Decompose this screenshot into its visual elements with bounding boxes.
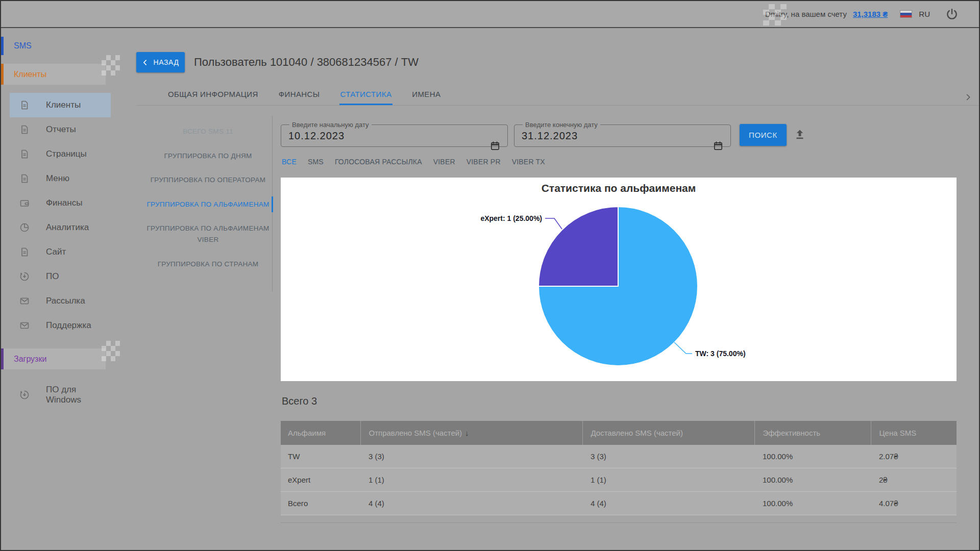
column-sent[interactable]: Отправлено SMS (частей)↓ [360,421,582,445]
type-all[interactable]: ВСЕ [282,158,297,166]
back-button-label: НАЗАД [153,58,179,66]
end-date-field[interactable]: Введите конечную дату 31.12.2023 [514,121,731,147]
calendar-icon[interactable] [490,141,500,151]
sidebar-menu: Клиенты Отчеты Страницы Меню [1,93,136,338]
type-sms[interactable]: SMS [308,158,324,166]
cell-delivered: 1 (1) [582,468,754,492]
sidebar-item-finances[interactable]: Финансы [1,191,136,215]
subnav-group-by-alphanames[interactable]: ГРУППИРОВКА ПО АЛЬФАИМЕНАМ [144,199,272,210]
document-icon [19,173,30,184]
sort-desc-icon: ↓ [465,429,469,437]
end-date-value[interactable]: 31.12.2023 [522,130,723,142]
cell-alphaname: Всего [281,492,360,515]
type-viber[interactable]: VIBER [433,158,455,166]
column-sent-label: Отправлено SMS (частей) [369,429,462,437]
search-button[interactable]: ПОИСК [740,124,787,146]
topbar: Dmitry, на вашем счету 31,3183 ₴ RU [1,1,979,28]
export-upload-icon[interactable] [794,128,806,140]
app-window: Dmitry, на вашем счету 31,3183 ₴ RU SMS … [0,0,980,551]
back-button[interactable]: НАЗАД [136,52,185,72]
language-selector[interactable]: RU [919,10,930,18]
logout-power-icon[interactable] [945,8,959,21]
sidebar-item-label: ПО [46,271,112,282]
section-accent-bar [1,348,4,369]
sidebar-item-windows-software[interactable]: ПО для Windows [1,381,136,409]
pixel-decoration [102,55,120,76]
table-header-row: Альфаимя Отправлено SMS (частей)↓ Достав… [281,421,957,445]
envelope-icon [19,296,30,306]
start-date-field[interactable]: Введите начальную дату 10.12.2023 [281,121,508,147]
download-bubble-icon [19,390,30,400]
sidebar-item-label: Отчеты [46,124,112,135]
sidebar-item-mailing[interactable]: Рассылка [1,289,136,313]
cell-delivered: 4 (4) [582,492,754,515]
cell-price: 4.07₴ [871,492,957,515]
balance-link[interactable]: 31,3183 ₴ [853,10,888,18]
alphaname-table: Альфаимя Отправлено SMS (частей)↓ Достав… [281,421,957,515]
column-price[interactable]: Цена SMS [871,421,957,445]
section-sms-label: SMS [14,41,32,51]
subnav-group-by-alphanames-viber[interactable]: ГРУППИРОВКА ПО АЛЬФАИМЕНАМ VIBER [144,223,272,245]
cell-efficiency: 100.00% [754,492,871,515]
chevron-right-icon[interactable] [964,93,972,101]
sidebar-item-label: Клиенты [46,100,112,110]
cell-alphaname: eXpert [281,468,360,492]
sidebar-section-clients[interactable]: Клиенты [1,64,106,85]
callout-label-tw: TW: 3 (75.00%) [695,349,746,358]
russian-flag-icon[interactable] [900,10,912,18]
cell-price: 2₴ [871,468,957,492]
subnav-group-by-countries[interactable]: ГРУППИРОВКА ПО СТРАНАМ [144,259,272,270]
sidebar-item-menu[interactable]: Меню [1,166,136,191]
sidebar-section-downloads[interactable]: Загрузки [1,348,106,369]
column-efficiency[interactable]: Эффективность [754,421,871,445]
tab-finances[interactable]: ФИНАНСЫ [278,90,321,105]
document-icon [19,149,30,159]
subnav-total-sms: ВСЕГО SMS 11 [144,126,272,137]
table-row: TW 3 (3) 3 (3) 100.00% 2.07₴ [281,445,957,468]
page-title: Пользователь 101040 / 380681234567 / TW [194,52,419,72]
table-total-heading: Всего 3 [282,395,317,407]
tab-general-info[interactable]: ОБЩАЯ ИНФОРМАЦИЯ [167,90,259,105]
subnav-group-by-operators[interactable]: ГРУППИРОВКА ПО ОПЕРАТОРАМ [144,174,272,186]
alphaname-pie-chart: Статистика по альфаименам eXpert: 1 (25.… [281,178,957,381]
document-icon [19,100,30,110]
cell-sent: 1 (1) [360,468,582,492]
section-accent-bar [1,37,4,55]
document-icon [19,124,30,135]
message-type-filter: ВСЕ SMS ГОЛОСОВАЯ РАССЫЛКА VIBER VIBER P… [282,158,545,166]
cell-efficiency: 100.00% [754,468,871,492]
callout-line-expert [545,218,562,229]
sidebar-item-reports[interactable]: Отчеты [1,117,136,142]
sidebar-item-label: ПО для Windows [46,385,97,406]
column-delivered[interactable]: Доставлено SMS (частей) [582,421,754,445]
chevron-left-icon [142,59,149,66]
column-alphaname[interactable]: Альфаимя [281,421,360,445]
document-icon [19,247,30,257]
calendar-icon[interactable] [713,141,723,151]
sidebar-item-pages[interactable]: Страницы [1,142,136,166]
sidebar-item-label: Рассылка [46,296,112,306]
subnav-group-by-days[interactable]: ГРУППИРОВКА ПО ДНЯМ [144,151,272,162]
sidebar-item-analytics[interactable]: Аналитика [1,215,136,240]
table-row: eXpert 1 (1) 1 (1) 100.00% 2₴ [281,468,957,492]
tab-names[interactable]: ИМЕНА [411,90,442,105]
sidebar-item-site[interactable]: Сайт [1,240,136,264]
pie-chart-icon [19,222,30,233]
section-downloads-label: Загрузки [14,355,46,364]
sidebar-item-label: Страницы [46,149,112,159]
start-date-value[interactable]: 10.12.2023 [288,130,500,142]
sidebar-item-clients[interactable]: Клиенты [1,93,136,117]
sidebar-item-support[interactable]: Поддержка [1,313,136,338]
type-viber-tx[interactable]: VIBER TX [512,158,545,166]
subnav-label: ГРУППИРОВКА ПО АЛЬФАИМЕНАМ [146,201,269,208]
sidebar-item-label: Меню [46,173,112,184]
callout-label-expert: eXpert: 1 (25.00%) [480,214,542,222]
sidebar-item-software[interactable]: ПО [1,264,136,289]
type-voice[interactable]: ГОЛОСОВАЯ РАССЫЛКА [335,158,422,166]
main-content: НАЗАД Пользователь 101040 / 380681234567… [136,29,979,550]
cell-delivered: 3 (3) [582,445,754,468]
type-viber-pr[interactable]: VIBER PR [467,158,501,166]
download-bubble-icon [19,271,30,282]
tab-statistics[interactable]: СТАТИСТИКА [339,90,393,105]
sidebar-section-sms[interactable]: SMS [1,37,136,55]
